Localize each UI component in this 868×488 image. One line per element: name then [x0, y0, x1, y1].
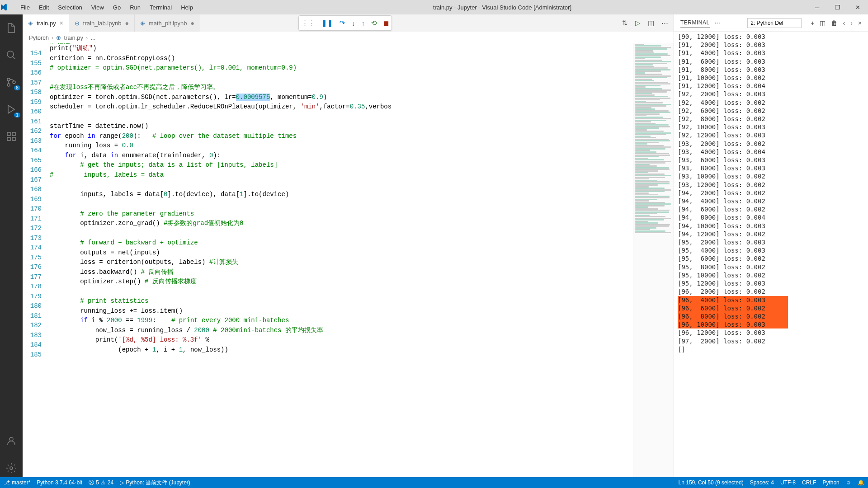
- problems[interactable]: ⓧ5⚠24: [89, 479, 113, 487]
- activity-bar: 8 1: [0, 14, 23, 477]
- step-into-icon[interactable]: ↓: [352, 19, 355, 27]
- pause-icon[interactable]: ❚❚: [321, 19, 333, 27]
- terminal-tab[interactable]: TERMINAL: [680, 18, 710, 28]
- window-title: train.py - Jupyter - Visual Studio Code …: [198, 4, 807, 11]
- python-env[interactable]: Python 3.7.4 64-bit: [37, 479, 82, 486]
- chevron-right-icon: ›: [86, 34, 88, 41]
- menu-bar: File Edit Selection View Go Run Terminal…: [16, 4, 198, 11]
- svg-rect-7: [12, 132, 15, 136]
- terminal-panel: TERMINAL ⋯ 2: Python Del + ◫ 🗑 ‹ › × [90…: [674, 14, 868, 477]
- menu-selection[interactable]: Selection: [53, 4, 86, 11]
- source-control-icon[interactable]: 8: [0, 73, 22, 91]
- close-button[interactable]: ✕: [848, 0, 868, 14]
- step-out-icon[interactable]: ↑: [362, 19, 365, 27]
- notifications-icon[interactable]: 🔔: [858, 479, 864, 486]
- run-file-icon[interactable]: ▷: [635, 19, 641, 27]
- eol[interactable]: CRLF: [802, 479, 816, 486]
- tab-close-icon[interactable]: ×: [60, 19, 63, 27]
- tab-train-py[interactable]: ⊕ train.py ×: [23, 14, 69, 32]
- tab-dirty-icon[interactable]: ●: [190, 19, 194, 27]
- close-panel-icon[interactable]: ×: [858, 19, 862, 27]
- language-mode[interactable]: Python: [822, 479, 839, 486]
- kill-terminal-icon[interactable]: 🗑: [831, 19, 837, 27]
- split-terminal-icon[interactable]: ◫: [820, 19, 826, 27]
- line-number-gutter[interactable]: 1541551561571581591601611621631641651661…: [23, 43, 50, 477]
- minimize-button[interactable]: ─: [807, 0, 827, 14]
- accounts-icon[interactable]: [0, 432, 22, 450]
- tab-label: train.py: [37, 20, 56, 27]
- titlebar: File Edit Selection View Go Run Terminal…: [0, 0, 868, 14]
- indentation[interactable]: Spaces: 4: [750, 479, 774, 486]
- panel-more-icon[interactable]: ⋯: [714, 19, 720, 26]
- menu-edit[interactable]: Edit: [34, 4, 53, 11]
- terminal-selector[interactable]: 2: Python Del: [747, 18, 802, 28]
- python-file-icon: ⊕: [75, 20, 80, 27]
- debug-toolbar[interactable]: ⋮⋮ ❚❚ ↷ ↓ ↑ ⟲ ◼: [298, 15, 392, 31]
- drag-handle-icon[interactable]: ⋮⋮: [302, 19, 315, 27]
- cursor-position[interactable]: Ln 159, Col 50 (9 selected): [679, 479, 744, 486]
- search-icon[interactable]: [0, 46, 22, 64]
- settings-gear-icon[interactable]: [0, 459, 22, 477]
- encoding[interactable]: UTF-8: [780, 479, 796, 486]
- explorer-icon[interactable]: [0, 19, 22, 37]
- new-terminal-icon[interactable]: +: [811, 19, 814, 27]
- previous-terminal-icon[interactable]: ‹: [843, 19, 845, 27]
- python-file-icon: ⊕: [28, 20, 33, 27]
- step-over-icon[interactable]: ↷: [340, 19, 345, 27]
- editor-area: ⊕ train.py × ⊕ train_lab.ipynb ● ⊕ math_…: [23, 14, 674, 477]
- svg-point-9: [10, 467, 13, 469]
- feedback-icon[interactable]: ☺: [846, 479, 851, 486]
- tab-label: math_plt.ipynb: [149, 20, 187, 27]
- tab-label: train_lab.ipynb: [83, 20, 122, 27]
- svg-point-1: [7, 78, 10, 81]
- tab-dirty-icon[interactable]: ●: [125, 19, 128, 27]
- panel-header: TERMINAL ⋯ 2: Python Del + ◫ 🗑 ‹ › ×: [674, 14, 868, 32]
- run-config[interactable]: ▷Python: 当前文件 (Jupyter): [120, 479, 190, 487]
- stop-icon[interactable]: ◼: [383, 19, 389, 27]
- menu-file[interactable]: File: [16, 4, 34, 11]
- minimap[interactable]: [633, 43, 674, 477]
- warning-icon: ⚠: [101, 479, 106, 486]
- python-file-icon: ⊕: [140, 20, 145, 27]
- breadcrumb-more[interactable]: ...: [90, 34, 95, 41]
- svg-point-2: [7, 84, 10, 86]
- code-content[interactable]: # 训练print("训练")criterion = nn.CrossEntro…: [50, 43, 633, 477]
- statusbar: ⎇master* Python 3.7.4 64-bit ⓧ5⚠24 ▷Pyth…: [0, 477, 868, 488]
- svg-rect-4: [7, 132, 10, 136]
- menu-go[interactable]: Go: [108, 4, 125, 11]
- split-editor-icon[interactable]: ◫: [648, 19, 654, 27]
- tabs-row: ⊕ train.py × ⊕ train_lab.ipynb ● ⊕ math_…: [23, 14, 674, 32]
- breadcrumb-file[interactable]: train.py: [64, 34, 83, 41]
- extensions-icon[interactable]: [0, 127, 22, 145]
- menu-terminal[interactable]: Terminal: [145, 4, 176, 11]
- git-branch[interactable]: ⎇master*: [4, 479, 30, 486]
- editor-actions: ⇅ ▷ ◫ ⋯: [622, 19, 674, 27]
- compare-changes-icon[interactable]: ⇅: [622, 19, 628, 27]
- terminal-output[interactable]: [90, 12000] loss: 0.003[91, 2000] loss: …: [674, 32, 868, 477]
- code-editor[interactable]: 1541551561571581591601611621631641651661…: [23, 43, 674, 477]
- error-icon: ⓧ: [89, 479, 94, 487]
- svg-point-8: [9, 437, 13, 441]
- menu-view[interactable]: View: [87, 4, 108, 11]
- window-controls: ─ ❐ ✕: [807, 0, 868, 14]
- run-debug-icon[interactable]: 1: [0, 100, 22, 118]
- tab-train-lab-ipynb[interactable]: ⊕ train_lab.ipynb ●: [69, 14, 135, 32]
- python-file-icon: ⊕: [56, 34, 61, 41]
- restart-icon[interactable]: ⟲: [371, 19, 377, 27]
- scm-badge: 8: [14, 85, 20, 90]
- vscode-logo-icon: [0, 4, 16, 11]
- svg-rect-6: [12, 137, 15, 141]
- debug-badge: 1: [14, 113, 20, 117]
- play-icon: ▷: [120, 479, 124, 486]
- tab-math-plt-ipynb[interactable]: ⊕ math_plt.ipynb ●: [135, 14, 200, 32]
- svg-point-0: [7, 51, 14, 57]
- chevron-right-icon: ›: [52, 34, 53, 41]
- menu-run[interactable]: Run: [125, 4, 145, 11]
- breadcrumb[interactable]: Pytorch › ⊕ train.py › ...: [23, 32, 674, 43]
- more-actions-icon[interactable]: ⋯: [661, 19, 668, 27]
- next-terminal-icon[interactable]: ›: [850, 19, 853, 27]
- menu-help[interactable]: Help: [176, 4, 198, 11]
- svg-rect-5: [7, 137, 10, 141]
- maximize-button[interactable]: ❐: [827, 0, 848, 14]
- breadcrumb-root[interactable]: Pytorch: [29, 34, 49, 41]
